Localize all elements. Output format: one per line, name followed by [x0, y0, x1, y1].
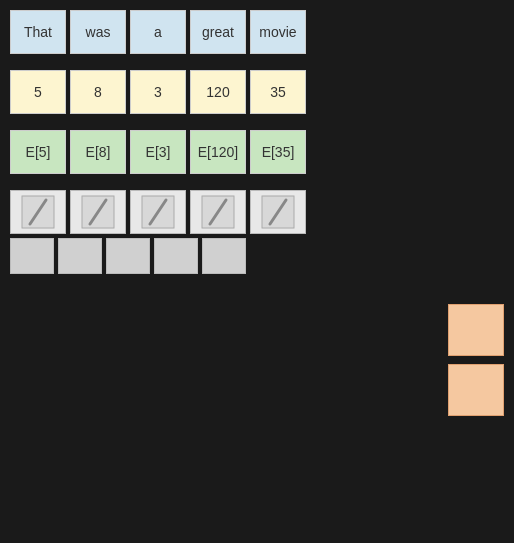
gray-square-1 [10, 238, 54, 274]
gray-square-2 [58, 238, 102, 274]
number-cell-4: 120 [190, 70, 246, 114]
peach-cell-1 [448, 304, 504, 356]
word-cell-5: movie [250, 10, 306, 54]
slash-icon-3 [130, 190, 186, 234]
number-cell-2: 8 [70, 70, 126, 114]
gray-square-5 [202, 238, 246, 274]
word-cell-2: was [70, 10, 126, 54]
embedding-cell-3: E[3] [130, 130, 186, 174]
number-cell-3: 3 [130, 70, 186, 114]
slash-icon-2 [70, 190, 126, 234]
gray-square-3 [106, 238, 150, 274]
number-row: 5 8 3 120 35 [10, 70, 504, 114]
slash-icon-5 [250, 190, 306, 234]
embedding-cell-1: E[5] [10, 130, 66, 174]
embedding-row: E[5] E[8] E[3] E[120] E[35] [10, 130, 504, 174]
slash-icon-4 [190, 190, 246, 234]
icon-row [10, 190, 504, 234]
peach-row-2 [10, 364, 504, 416]
peach-row-1 [10, 304, 504, 356]
gray-square-4 [154, 238, 198, 274]
word-cell-4: great [190, 10, 246, 54]
word-row: That was a great movie [10, 10, 504, 54]
word-cell-1: That [10, 10, 66, 54]
embedding-cell-5: E[35] [250, 130, 306, 174]
slash-icon-1 [10, 190, 66, 234]
number-cell-1: 5 [10, 70, 66, 114]
word-cell-3: a [130, 10, 186, 54]
gray-square-row [10, 238, 504, 274]
number-cell-5: 35 [250, 70, 306, 114]
peach-cell-2 [448, 364, 504, 416]
embedding-cell-4: E[120] [190, 130, 246, 174]
embedding-cell-2: E[8] [70, 130, 126, 174]
